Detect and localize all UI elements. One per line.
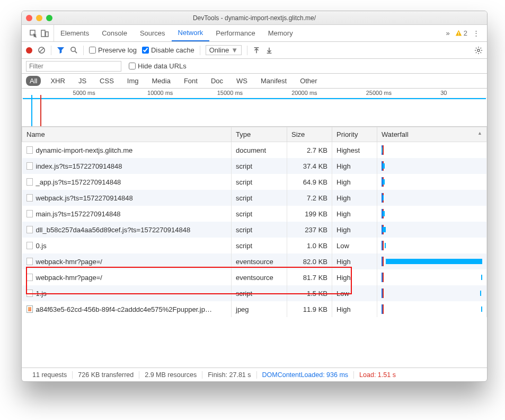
type-filter-manifest[interactable]: Manifest bbox=[257, 76, 290, 86]
request-size: 11.9 KB bbox=[287, 301, 332, 317]
waterfall-cell bbox=[382, 208, 482, 220]
table-row[interactable]: dynamic-import-nextjs.glitch.medocument2… bbox=[22, 142, 487, 159]
waterfall-cell bbox=[382, 144, 482, 156]
type-filter-media[interactable]: Media bbox=[148, 76, 174, 86]
request-priority: High bbox=[332, 174, 377, 190]
tab-memory[interactable]: Memory bbox=[262, 25, 299, 41]
request-priority: Low bbox=[332, 285, 377, 301]
upload-har-icon[interactable] bbox=[253, 47, 260, 54]
table-row[interactable]: webpack.js?ts=1572270914848script7.2 KBH… bbox=[22, 190, 487, 206]
waterfall-cell bbox=[382, 256, 482, 267]
request-size: 81.7 KB bbox=[287, 269, 332, 285]
waterfall-cell bbox=[382, 272, 482, 283]
status-load: Load: 1.51 s bbox=[354, 371, 401, 379]
request-type: eventsource bbox=[232, 253, 287, 269]
type-filter-xhr[interactable]: XHR bbox=[47, 76, 68, 86]
waterfall-cell bbox=[382, 176, 482, 188]
file-icon bbox=[26, 242, 33, 249]
record-button[interactable] bbox=[26, 47, 32, 54]
waterfall-cell bbox=[382, 303, 482, 315]
request-name: _app.js?ts=1572270914848 bbox=[36, 178, 121, 186]
request-priority: High bbox=[332, 190, 377, 206]
table-row[interactable]: a84f63e5-62cd-456b-89f4-c2adddc4e575%2Fp… bbox=[22, 301, 487, 317]
table-row[interactable]: index.js?ts=1572270914848script37.4 KBHi… bbox=[22, 158, 487, 174]
type-filter-js[interactable]: JS bbox=[75, 76, 90, 86]
request-type: script bbox=[232, 158, 287, 174]
file-icon bbox=[26, 258, 33, 265]
type-filter-font[interactable]: Font bbox=[180, 76, 201, 86]
download-har-icon[interactable] bbox=[265, 47, 273, 54]
table-row[interactable]: dll_b58c257da4aa56d89cef.js?ts=157227091… bbox=[22, 222, 487, 238]
file-icon bbox=[26, 210, 33, 217]
type-filter-ws[interactable]: WS bbox=[233, 76, 251, 86]
table-row[interactable]: 0.jsscript1.0 KBLow bbox=[22, 238, 487, 253]
requests-table[interactable]: Name Type Size Priority Waterfall dynami… bbox=[22, 127, 487, 368]
table-row[interactable]: _app.js?ts=1572270914848script64.9 KBHig… bbox=[22, 174, 487, 190]
status-requests: 11 requests bbox=[27, 371, 73, 379]
type-filter-other[interactable]: Other bbox=[296, 76, 321, 86]
table-row[interactable]: 1.jsscript1.5 KBLow bbox=[22, 285, 487, 301]
request-name: index.js?ts=1572270914848 bbox=[36, 162, 122, 170]
request-type: jpeg bbox=[232, 301, 287, 317]
svg-rect-2 bbox=[46, 32, 48, 37]
col-type[interactable]: Type bbox=[232, 127, 287, 142]
col-priority[interactable]: Priority bbox=[332, 127, 377, 142]
throttle-select[interactable]: Online▼ bbox=[206, 45, 242, 55]
request-name: 1.js bbox=[36, 290, 47, 298]
request-priority: High bbox=[332, 253, 377, 269]
tab-performance[interactable]: Performance bbox=[209, 25, 261, 41]
table-row[interactable]: webpack-hmr?page=/eventsource82.0 KBHigh bbox=[22, 253, 487, 269]
file-icon bbox=[26, 226, 33, 233]
request-priority: Low bbox=[332, 238, 377, 253]
table-row[interactable]: webpack-hmr?page=/eventsource81.7 KBHigh bbox=[22, 269, 487, 285]
timeline-overview[interactable]: 5000 ms10000 ms15000 ms20000 ms25000 ms3… bbox=[22, 89, 487, 127]
file-icon bbox=[26, 274, 33, 281]
svg-rect-4 bbox=[458, 34, 459, 35]
devtools-window: DevTools - dynamic-import-nextjs.glitch.… bbox=[21, 11, 488, 382]
request-priority: High bbox=[332, 158, 377, 174]
tab-elements[interactable]: Elements bbox=[54, 25, 95, 41]
request-size: 37.4 KB bbox=[287, 158, 332, 174]
file-icon bbox=[26, 194, 33, 202]
search-icon[interactable] bbox=[70, 46, 78, 54]
waterfall-cell bbox=[382, 192, 482, 204]
hide-data-urls-checkbox[interactable]: Hide data URLs bbox=[129, 62, 187, 70]
request-type: script bbox=[232, 174, 287, 190]
clear-icon[interactable] bbox=[38, 46, 46, 54]
col-waterfall[interactable]: Waterfall bbox=[377, 127, 487, 142]
request-type: script bbox=[232, 206, 287, 222]
request-name: dll_b58c257da4aa56d89cef.js?ts=157227091… bbox=[36, 226, 191, 234]
table-row[interactable]: main.js?ts=1572270914848script199 KBHigh bbox=[22, 206, 487, 222]
disable-cache-checkbox[interactable]: Disable cache bbox=[142, 46, 194, 54]
request-name: webpack-hmr?page=/ bbox=[36, 258, 102, 266]
inspect-icon[interactable] bbox=[29, 29, 38, 38]
col-name[interactable]: Name bbox=[22, 127, 232, 142]
tab-sources[interactable]: Sources bbox=[134, 25, 172, 41]
filter-input[interactable] bbox=[26, 61, 121, 72]
filter-icon[interactable] bbox=[57, 46, 65, 54]
request-name: 0.js bbox=[36, 242, 47, 250]
tab-network[interactable]: Network bbox=[172, 25, 210, 41]
request-size: 199 KB bbox=[287, 206, 332, 222]
menu-icon[interactable]: ⋮ bbox=[473, 29, 480, 37]
file-icon bbox=[26, 162, 33, 170]
type-filter-img[interactable]: Img bbox=[123, 76, 143, 86]
status-resources: 2.9 MB resources bbox=[139, 371, 202, 379]
warnings-badge[interactable]: 2 bbox=[455, 29, 467, 37]
type-filter-css[interactable]: CSS bbox=[96, 76, 118, 86]
type-filter-doc[interactable]: Doc bbox=[207, 76, 227, 86]
device-icon[interactable] bbox=[41, 29, 49, 38]
request-priority: High bbox=[332, 301, 377, 317]
request-size: 1.5 KB bbox=[287, 285, 332, 301]
request-size: 2.7 KB bbox=[287, 142, 332, 159]
type-filter-all[interactable]: All bbox=[26, 76, 41, 86]
gear-icon[interactable] bbox=[474, 46, 483, 55]
preserve-log-checkbox[interactable]: Preserve log bbox=[89, 46, 137, 54]
request-type: eventsource bbox=[232, 269, 287, 285]
request-name: dynamic-import-nextjs.glitch.me bbox=[36, 146, 133, 154]
tab-console[interactable]: Console bbox=[95, 25, 134, 41]
request-size: 237 KB bbox=[287, 222, 332, 238]
tabs-overflow-icon[interactable]: » bbox=[446, 29, 450, 37]
col-size[interactable]: Size bbox=[287, 127, 332, 142]
request-priority: High bbox=[332, 206, 377, 222]
